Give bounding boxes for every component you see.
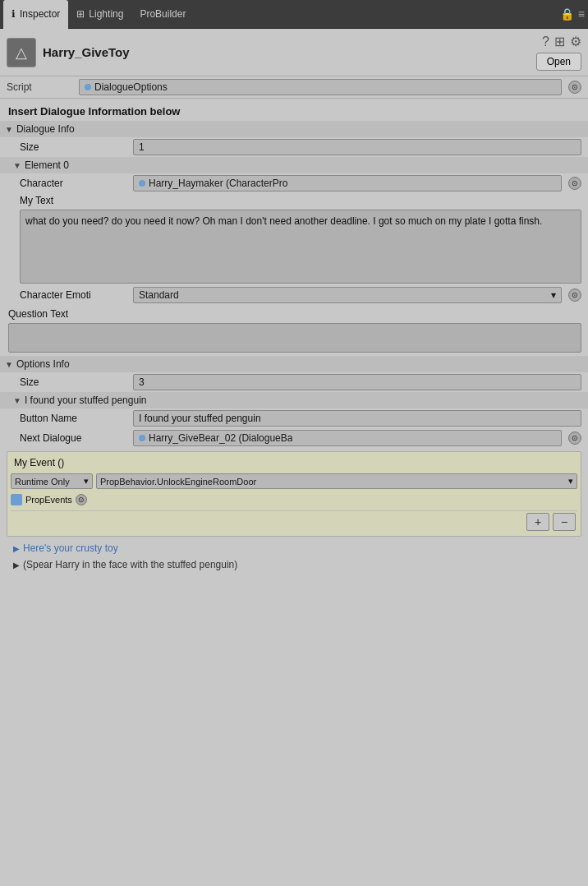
tab-probuilder[interactable]: ProBuilder: [131, 0, 194, 29]
element0-collapse[interactable]: ▼ Element 0: [0, 157, 588, 173]
options-size-label: Size: [20, 376, 126, 388]
emotion-row: Character Emoti Standard ▾ ⊙: [0, 285, 588, 305]
next-dialogue-name: Harry_GiveBear_02 (DialogueBa: [149, 432, 292, 444]
open-button[interactable]: Open: [536, 53, 581, 71]
dialogue-size-row: Size: [0, 137, 588, 157]
header: △ Harry_GiveToy ? ⊞ ⚙ Open: [0, 29, 588, 76]
spear-harry-arrow: ▶: [13, 561, 20, 570]
crusty-toy-label: Here's your crusty toy: [23, 542, 118, 554]
question-text-label: Question Text: [0, 305, 588, 321]
tab-probuilder-label: ProBuilder: [140, 8, 186, 20]
tab-inspector-label: Inspector: [20, 8, 60, 20]
prop-events-icon: [11, 494, 22, 505]
script-name: DialogueOptions: [94, 81, 168, 93]
event-add-button[interactable]: +: [526, 513, 549, 531]
element0-arrow: ▼: [13, 161, 21, 170]
prop-events-row: PropEvents ⊙: [11, 492, 577, 507]
emotion-dropdown-icon: ▾: [551, 289, 556, 301]
tab-inspector[interactable]: ℹ Inspector: [3, 0, 68, 29]
grid-icon[interactable]: ⊞: [554, 34, 565, 49]
inspector-icon: ℹ: [11, 8, 16, 20]
next-dialogue-dot-icon: [139, 435, 145, 441]
options-size-input[interactable]: [133, 374, 581, 390]
event-add-remove: + −: [11, 510, 577, 533]
spear-harry-label: (Spear Harry in the face with the stuffe…: [23, 559, 237, 570]
script-select-button[interactable]: ⊙: [568, 81, 581, 94]
options-info-arrow: ▼: [5, 360, 13, 369]
lock-icon: 🔒: [560, 7, 574, 21]
prop-dropdown-icon: ▾: [568, 476, 573, 487]
runtime-dropdown-icon: ▾: [84, 476, 89, 487]
element0-label: Element 0: [25, 159, 69, 171]
emotion-label: Character Emoti: [20, 289, 126, 301]
main-content: Insert Dialogue Information below ▼ Dial…: [0, 99, 588, 573]
prop-label: PropBehavior.UnlockEngineRoomDoor: [100, 477, 256, 487]
prop-events-select-button[interactable]: ⊙: [76, 494, 87, 505]
script-label: Script: [7, 81, 72, 93]
tab-lighting-label: Lighting: [89, 8, 123, 20]
options-info-collapse[interactable]: ▼ Options Info: [0, 356, 588, 372]
menu-icon[interactable]: ≡: [578, 7, 585, 21]
dialogue-info-arrow: ▼: [5, 125, 13, 134]
prop-select[interactable]: PropBehavior.UnlockEngineRoomDoor ▾: [96, 473, 577, 489]
next-dialogue-value: Harry_GiveBear_02 (DialogueBa: [133, 430, 562, 446]
emotion-select-button[interactable]: ⊙: [568, 288, 581, 302]
header-actions: ? ⊞ ⚙ Open: [536, 34, 581, 71]
object-title: Harry_GiveToy: [43, 45, 536, 59]
object-icon: △: [7, 38, 36, 67]
next-dialogue-select-button[interactable]: ⊙: [568, 431, 581, 445]
my-text-area[interactable]: what do you need? do you need it now? Oh…: [20, 210, 581, 284]
next-dialogue-row: Next Dialogue Harry_GiveBear_02 (Dialogu…: [0, 428, 588, 448]
options-size-row: Size: [0, 372, 588, 392]
question-text-input[interactable]: [8, 323, 581, 353]
my-text-label: My Text: [0, 193, 588, 208]
collapsed-item-spear-harry[interactable]: ▶ (Spear Harry in the face with the stuf…: [0, 556, 588, 573]
runtime-label: Runtime Only: [15, 477, 70, 487]
script-dot-icon: [85, 84, 91, 90]
tab-bar-actions: 🔒 ≡: [560, 7, 585, 21]
character-label: Character: [20, 178, 126, 189]
options-section: ▼ Options Info Size ▼ I found your stuff…: [0, 356, 588, 573]
script-row: Script DialogueOptions ⊙: [0, 76, 588, 99]
emotion-select[interactable]: Standard ▾: [133, 287, 562, 303]
my-event-box: My Event () Runtime Only ▾ PropBehavior.…: [7, 451, 581, 537]
character-select-button[interactable]: ⊙: [568, 177, 581, 190]
stuffed-penguin-arrow: ▼: [13, 396, 21, 405]
size-label: Size: [20, 141, 126, 153]
crusty-toy-arrow: ▶: [13, 544, 20, 553]
button-name-input[interactable]: [133, 410, 581, 427]
stuffed-penguin-collapse[interactable]: ▼ I found your stuffed penguin: [0, 392, 588, 408]
character-name: Harry_Haymaker (CharacterPro: [149, 178, 287, 189]
character-value: Harry_Haymaker (CharacterPro: [133, 175, 562, 192]
event-runtime-row: Runtime Only ▾ PropBehavior.UnlockEngine…: [11, 473, 577, 489]
help-icon[interactable]: ?: [542, 35, 549, 49]
character-dot-icon: [139, 180, 145, 187]
button-name-row: Button Name: [0, 408, 588, 428]
gear-icon[interactable]: ⚙: [570, 34, 581, 49]
character-row: Character Harry_Haymaker (CharacterPro ⊙: [0, 173, 588, 193]
options-info-label: Options Info: [16, 358, 70, 370]
my-event-title: My Event (): [11, 455, 577, 470]
button-name-label: Button Name: [20, 413, 126, 424]
collapsed-item-crusty-toy[interactable]: ▶ Here's your crusty toy: [0, 540, 588, 556]
lighting-icon: ⊞: [76, 8, 85, 20]
stuffed-penguin-label: I found your stuffed penguin: [25, 395, 147, 406]
script-value: DialogueOptions: [79, 79, 562, 95]
my-text-content: what do you need? do you need it now? Oh…: [25, 215, 542, 227]
prop-events-label: PropEvents: [25, 495, 72, 505]
emotion-value: Standard: [139, 289, 179, 301]
event-remove-button[interactable]: −: [553, 513, 576, 531]
dialogue-info-collapse[interactable]: ▼ Dialogue Info: [0, 121, 588, 137]
tab-bar: ℹ Inspector ⊞ Lighting ProBuilder 🔒 ≡: [0, 0, 588, 29]
runtime-select[interactable]: Runtime Only ▾: [11, 473, 93, 489]
size-input[interactable]: [133, 139, 581, 155]
dialogue-info-label: Dialogue Info: [16, 123, 75, 135]
tab-lighting[interactable]: ⊞ Lighting: [68, 0, 131, 29]
next-dialogue-label: Next Dialogue: [20, 432, 126, 444]
section-title: Insert Dialogue Information below: [0, 99, 588, 121]
